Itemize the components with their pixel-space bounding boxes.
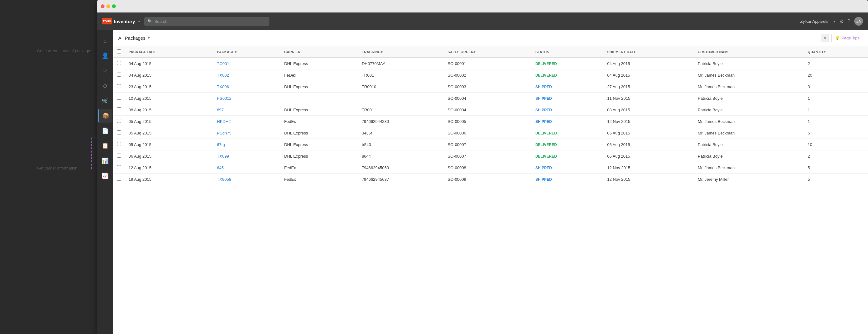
menu-icon: ≡	[824, 36, 826, 40]
status-badge: DELIVERED	[535, 154, 557, 159]
table-row: 06 Aug 2015 TX099 DHL Express 8644 SO-00…	[113, 151, 868, 162]
cell-quantity: 5	[804, 174, 868, 185]
cell-quantity: 1	[804, 116, 868, 127]
cell-carrier: FeDex	[280, 69, 358, 81]
cell-quantity: 3	[804, 81, 868, 93]
sidebar-item-reports[interactable]: 📊	[98, 154, 112, 168]
cell-tracking: TR001	[358, 69, 444, 81]
cell-package-num[interactable]: TX006	[213, 81, 280, 93]
status-badge: DELIVERED	[535, 62, 557, 66]
sidebar-item-purchase[interactable]: 📋	[98, 139, 112, 153]
search-box[interactable]: 🔍	[144, 17, 270, 26]
cell-package-num[interactable]: HKDH2	[213, 116, 280, 127]
cell-package-date: 05 Aug 2015	[125, 127, 213, 139]
minimize-button[interactable]	[106, 4, 110, 8]
status-badge: SHIPPED	[535, 120, 552, 124]
cell-shipment-date: 06 Aug 2015	[603, 151, 694, 162]
cell-carrier: DHL Express	[280, 104, 358, 116]
cell-status: SHIPPED	[532, 116, 603, 127]
sidebar-item-contacts[interactable]: 👤	[98, 49, 112, 63]
row-checkbox-9[interactable]	[117, 165, 121, 169]
table-row: 05 Aug 2015 PSdh75 DHL Express 3435f SO-…	[113, 127, 868, 139]
cell-carrier: DHL Express	[280, 81, 358, 93]
sidebar-item-home[interactable]: ⌂	[98, 34, 112, 47]
annotation-status: Get current status of packages	[37, 48, 92, 53]
row-checkbox-10[interactable]	[117, 177, 121, 181]
menu-icon-button[interactable]: ≡	[821, 34, 829, 42]
packages-table: PACKAGE DATE PACKAGE# CARRIER TRACKING# …	[113, 46, 868, 185]
help-icon[interactable]: ?	[848, 19, 850, 24]
cell-package-num[interactable]: TX9058	[213, 174, 280, 185]
row-checkbox-cell	[113, 127, 125, 139]
sidebar-item-shopping[interactable]: 🛒	[98, 94, 112, 108]
cell-package-date: 05 Aug 2015	[125, 139, 213, 151]
maximize-button[interactable]	[112, 4, 116, 8]
cell-customer-name: Patricia Boyle	[694, 58, 804, 69]
cell-quantity: 20	[804, 69, 868, 81]
cell-shipment-date: 08 Aug 2015	[603, 104, 694, 116]
page-title-dropdown-icon: ▼	[147, 36, 151, 40]
sidebar-item-inventory[interactable]: ◇	[98, 79, 112, 93]
row-checkbox-5[interactable]	[117, 119, 121, 123]
sidebar-item-items[interactable]: ☆	[98, 64, 112, 77]
content-area: All Packages ▼ ≡ 💡 Page Tips	[113, 30, 868, 334]
row-checkbox-0[interactable]	[117, 61, 121, 65]
page-tips-button[interactable]: 💡 Page Tips	[831, 34, 863, 42]
cell-package-num[interactable]: TX002	[213, 69, 280, 81]
cell-tracking: TR001	[358, 104, 444, 116]
cell-package-num[interactable]: TX099	[213, 151, 280, 162]
table-row: 08 Aug 2015 897 DHL Express TR001 SO-000…	[113, 104, 868, 116]
cell-status: DELIVERED	[532, 151, 603, 162]
cell-shipment-date: 11 Nov 2015	[603, 93, 694, 104]
page-title-button[interactable]: All Packages ▼	[118, 35, 151, 41]
cell-customer-name: Mr. James Beckman	[694, 69, 804, 81]
cell-package-date: 12 Aug 2015	[125, 162, 213, 174]
search-input[interactable]	[154, 19, 266, 24]
cell-package-num[interactable]: 67tg	[213, 139, 280, 151]
search-icon: 🔍	[147, 19, 152, 24]
sidebar-item-packages[interactable]: 📦	[98, 109, 112, 123]
row-checkbox-7[interactable]	[117, 142, 121, 146]
cell-package-num[interactable]: TC001	[213, 58, 280, 69]
cell-status: SHIPPED	[532, 81, 603, 93]
cell-customer-name: Patricia Boyle	[694, 139, 804, 151]
cell-sales-order: SO-00002	[444, 69, 532, 81]
status-badge: SHIPPED	[535, 166, 552, 170]
annotation-carrier: Get carrier information	[37, 166, 77, 170]
app-dropdown-arrow[interactable]: ▼	[138, 20, 141, 23]
lightbulb-icon: 💡	[835, 36, 840, 40]
table-row: 05 Aug 2015 HKDH2 FedEx 794662944230 SO-…	[113, 116, 868, 127]
row-checkbox-1[interactable]	[117, 72, 121, 77]
status-badge: DELIVERED	[535, 73, 557, 77]
row-checkbox-6[interactable]	[117, 130, 121, 134]
row-checkbox-cell	[113, 162, 125, 174]
org-dropdown-arrow[interactable]: ▼	[833, 20, 836, 23]
row-checkbox-3[interactable]	[117, 96, 121, 100]
main-layout: ⌂ 👤 ☆ ◇ 🛒 📦 📄 📋 📊 📈 All Packages ▼ ≡	[97, 30, 868, 334]
row-checkbox-4[interactable]	[117, 107, 121, 111]
cell-package-num[interactable]: PS0012	[213, 93, 280, 104]
cell-package-num[interactable]: 897	[213, 104, 280, 116]
sidebar-item-analytics[interactable]: 📈	[98, 169, 112, 182]
row-checkbox-8[interactable]	[117, 154, 121, 158]
cell-carrier	[280, 93, 358, 104]
cell-customer-name: Mr. James Beckman	[694, 127, 804, 139]
packages-table-container: PACKAGE DATE PACKAGE# CARRIER TRACKING# …	[113, 46, 868, 334]
cell-sales-order: SO-00007	[444, 151, 532, 162]
cell-package-date: 19 Aug 2015	[125, 174, 213, 185]
cell-package-num[interactable]: PSdh75	[213, 127, 280, 139]
cell-package-num[interactable]: 645	[213, 162, 280, 174]
sidebar-item-documents[interactable]: 📄	[98, 124, 112, 138]
select-all-checkbox[interactable]	[117, 49, 121, 54]
status-badge: SHIPPED	[535, 108, 552, 112]
settings-icon[interactable]: ⚙	[839, 19, 844, 24]
cell-carrier: FedEx	[280, 162, 358, 174]
close-button[interactable]	[101, 4, 104, 8]
col-header-shipment-date: SHIPMENT DATE	[603, 46, 694, 58]
cell-shipment-date: 04 Aug 2015	[603, 69, 694, 81]
cell-sales-order: SO-00008	[444, 162, 532, 174]
row-checkbox-2[interactable]	[117, 84, 121, 88]
user-avatar[interactable]: ZA	[854, 17, 863, 26]
cell-shipment-date: 05 Aug 2015	[603, 127, 694, 139]
cell-customer-name: Mr. James Beckman	[694, 116, 804, 127]
